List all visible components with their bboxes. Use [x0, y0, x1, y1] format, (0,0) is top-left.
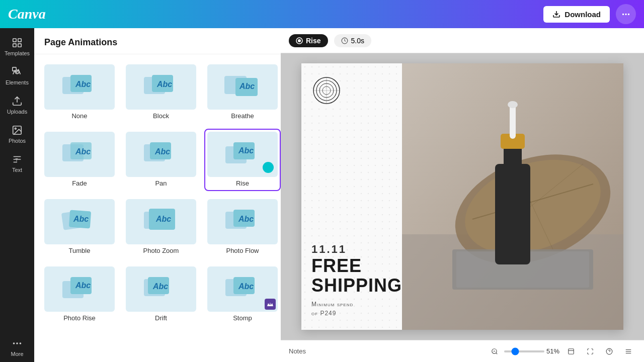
animation-rise[interactable]: Abc Rise [204, 129, 281, 191]
svg-point-49 [298, 39, 301, 42]
more-dots-icon: ··· [622, 9, 630, 20]
animation-none-thumb: Abc [44, 64, 115, 110]
animation-drift[interactable]: Abc Drift [123, 263, 199, 326]
svg-text:Abc: Abc [152, 282, 168, 291]
active-animation-chip[interactable]: Rise [289, 34, 328, 47]
duration-chip[interactable]: 5.0s [334, 34, 371, 47]
product-image [402, 63, 623, 330]
animation-tumble[interactable]: Abc Tumble [41, 196, 118, 258]
pan-thumb-svg: Abc [141, 139, 181, 169]
svg-point-11 [20, 342, 22, 344]
svg-rect-2 [13, 44, 16, 47]
animation-stomp-label: Stomp [233, 314, 252, 322]
animation-photo-zoom[interactable]: Abc Photo Zoom [123, 196, 199, 258]
animation-breathe-label: Breathe [231, 112, 254, 120]
more-options-button[interactable]: ··· [616, 4, 636, 24]
svg-text:Abc: Abc [155, 215, 171, 223]
dots-icon [12, 338, 23, 349]
download-button[interactable]: Download [543, 6, 610, 23]
zoom-out-button[interactable] [487, 344, 502, 359]
help-icon [606, 348, 613, 355]
svg-text:T: T [15, 157, 18, 162]
notes-label: Notes [289, 347, 306, 355]
product-scene-svg [402, 63, 623, 330]
active-animation-label: Rise [306, 37, 321, 45]
photoflow-thumb-svg: Abc [222, 207, 263, 237]
help-button[interactable] [602, 344, 617, 359]
animation-drift-thumb: Abc [126, 266, 196, 312]
crown-icon [267, 302, 274, 307]
canvas-right-panel [402, 63, 623, 330]
animation-stomp[interactable]: Abc Stomp [204, 263, 281, 326]
canvas-date: 11.11 [311, 203, 392, 256]
sidebar-item-more[interactable]: More [0, 333, 34, 362]
svg-point-7 [15, 128, 16, 129]
sidebar-item-elements[interactable]: Elements [0, 61, 34, 90]
svg-text:Abc: Abc [75, 147, 91, 156]
animation-none-label: None [71, 112, 87, 120]
canva-logo: Canva [8, 6, 46, 22]
duration-label: 5.0s [351, 37, 364, 45]
svg-rect-3 [18, 44, 21, 47]
animation-block-thumb: Abc [126, 64, 196, 110]
panel-title: Page Animations [34, 28, 281, 54]
svg-rect-76 [569, 348, 574, 354]
animation-photo-rise-label: Photo Rise [63, 314, 96, 322]
animation-pan-label: Pan [155, 179, 167, 187]
animation-fade[interactable]: Abc Fade [41, 129, 118, 191]
animation-photo-rise-thumb: Abc [44, 266, 115, 312]
stomp-thumb-svg: Abc [222, 274, 263, 304]
page-view-icon [568, 348, 575, 355]
topbar: Canva Download ··· [0, 0, 644, 28]
download-icon [552, 10, 560, 18]
svg-rect-71 [510, 104, 516, 139]
animation-pan[interactable]: Abc Pan [123, 129, 199, 191]
canvas-left-panel: 11.11 FREESHIPPING Minimum spendof P249 [301, 63, 402, 330]
svg-text:Abc: Abc [239, 82, 255, 90]
svg-point-10 [16, 342, 18, 344]
animation-rise-thumb: Abc [207, 132, 278, 177]
rise-thumb-svg: Abc [222, 139, 263, 169]
svg-text:Abc: Abc [75, 281, 91, 290]
animation-block[interactable]: Abc Block [123, 61, 199, 124]
sidebar-item-text[interactable]: T Text [0, 149, 34, 178]
upload-icon [12, 96, 23, 107]
svg-rect-1 [18, 39, 21, 42]
svg-rect-68 [495, 164, 530, 264]
zoom-slider[interactable] [504, 350, 544, 352]
sidebar-item-photos[interactable]: Photos [0, 120, 34, 149]
svg-text:Abc: Abc [73, 215, 89, 223]
drift-thumb-svg: Abc [141, 274, 181, 304]
animation-indicator-icon [296, 37, 303, 44]
canvas-area: Rise 5.0s [281, 28, 644, 362]
svg-rect-0 [13, 39, 16, 42]
animation-photo-flow-thumb: Abc [207, 199, 278, 244]
svg-line-74 [496, 352, 498, 354]
svg-text:Abc: Abc [154, 147, 170, 156]
svg-point-72 [508, 101, 518, 108]
zoom-out-icon [491, 348, 498, 355]
sidebar-text-label: Text [12, 167, 22, 173]
text-icon: T [12, 154, 23, 165]
page-view-button[interactable] [564, 344, 579, 359]
clock-icon [341, 37, 348, 44]
sidebar-uploads-label: Uploads [7, 109, 27, 115]
design-canvas[interactable]: 11.11 FREESHIPPING Minimum spendof P249 [301, 63, 623, 330]
animation-breathe-thumb: Abc [207, 64, 278, 110]
animation-none[interactable]: Abc None [41, 61, 118, 124]
grid-toggle-button[interactable] [621, 344, 636, 359]
sidebar-item-templates[interactable]: Templates [0, 32, 34, 61]
animation-stomp-thumb: Abc [207, 266, 278, 312]
animation-photo-flow[interactable]: Abc Photo Flow [204, 196, 281, 258]
animation-breathe[interactable]: Abc Breathe [204, 61, 281, 124]
block-thumb-svg: Abc [141, 72, 181, 102]
animation-drift-label: Drift [155, 314, 167, 322]
rise-selected-indicator [263, 162, 274, 173]
svg-text:Abc: Abc [238, 282, 254, 291]
sidebar-item-uploads[interactable]: Uploads [0, 90, 34, 120]
zoom-level: 51% [546, 347, 559, 355]
animation-photo-rise[interactable]: Abc Photo Rise [41, 263, 118, 326]
fullscreen-button[interactable] [583, 344, 598, 359]
canvas-toolbar: Rise 5.0s [281, 28, 644, 53]
photozoom-thumb-svg: Abc [141, 207, 181, 237]
